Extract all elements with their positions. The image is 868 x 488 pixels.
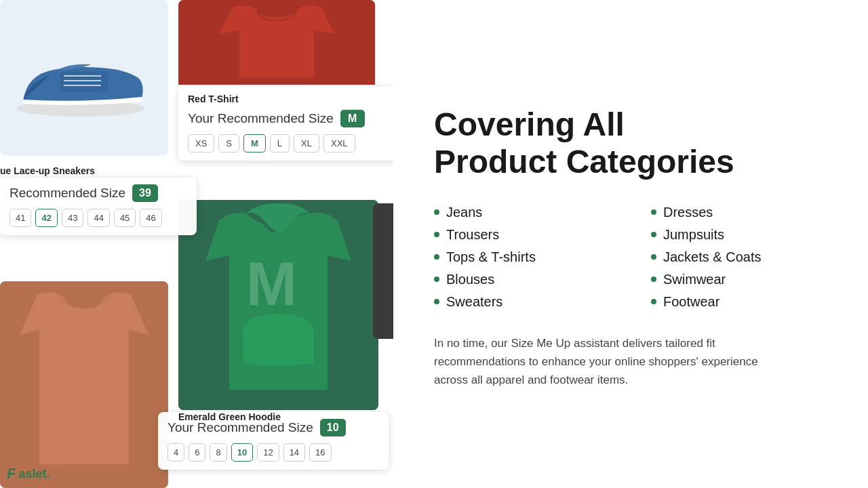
right-panel: Covering All Product Categories Jeans Tr… — [393, 0, 868, 488]
category-swimwear: Swimwear — [651, 272, 827, 287]
size-btn-44[interactable]: 44 — [87, 209, 109, 227]
bullet-icon — [434, 254, 439, 260]
bullet-icon — [651, 299, 656, 304]
size-btn-m[interactable]: M — [243, 134, 266, 152]
size-btn-45[interactable]: 45 — [114, 209, 136, 227]
faslet-logo: F aslet. — [7, 465, 50, 483]
category-tops: Tops & T-shirts — [434, 249, 610, 265]
red-tshirt-icon — [178, 0, 375, 85]
bullet-icon — [651, 232, 656, 237]
bullet-icon — [651, 254, 656, 260]
category-label: Sweaters — [446, 294, 502, 310]
sneaker-rec-size: 39 — [132, 184, 158, 202]
sneaker-card — [0, 0, 168, 156]
size-btn-12[interactable]: 12 — [257, 443, 279, 462]
hoodie-product-label: Emerald Green Hoodie — [178, 411, 281, 422]
sneaker-size-overlay: Recommended Size 39 41 42 43 44 45 46 — [0, 178, 197, 235]
sneaker-label: ue Lace-up Sneakers — [0, 163, 95, 179]
main-title: Covering All Product Categories — [434, 106, 827, 180]
hoodie-icon: M — [178, 200, 378, 410]
category-label: Blouses — [446, 272, 494, 287]
size-btn-43[interactable]: 43 — [62, 209, 83, 227]
brown-tshirt-icon — [0, 281, 168, 488]
sneaker-image — [0, 0, 168, 156]
categories-right-col: Dresses Jumpsuits Jackets & Coats Swimwe… — [651, 205, 827, 310]
sneaker-size-options: 41 42 43 44 45 46 — [9, 209, 187, 227]
size-btn-4[interactable]: 4 — [167, 443, 184, 462]
category-label: Trousers — [446, 227, 499, 243]
size-btn-14[interactable]: 14 — [283, 443, 305, 462]
logo-f: F — [7, 465, 16, 483]
tshirt-size-overlay: Red T-Shirt Your Recommended Size M XS S… — [178, 87, 393, 161]
category-label: Jackets & Coats — [663, 249, 762, 265]
sneaker-rec-row: Recommended Size 39 — [9, 184, 187, 202]
category-label: Jeans — [446, 205, 482, 220]
size-btn-xl[interactable]: XL — [294, 134, 319, 152]
category-footwear: Footwear — [651, 294, 827, 310]
category-jeans: Jeans — [434, 205, 610, 220]
sneaker-rec-label: Recommended Size — [9, 186, 125, 201]
category-label: Dresses — [663, 205, 713, 220]
category-sweaters: Sweaters — [434, 294, 610, 310]
category-jackets: Jackets & Coats — [651, 249, 827, 265]
bullet-icon — [651, 209, 656, 215]
category-label: Tops & T-shirts — [446, 249, 536, 265]
hoodie-size-options: 4 6 8 10 12 14 16 — [167, 443, 379, 462]
description-text: In no time, our Size Me Up assistant del… — [434, 334, 787, 390]
red-tshirt-card — [178, 0, 375, 85]
tshirt-rec-label: Your Recommended Size — [188, 111, 334, 126]
category-label: Footwear — [663, 294, 719, 310]
size-btn-l[interactable]: L — [270, 134, 290, 152]
size-btn-10[interactable]: 10 — [231, 443, 253, 462]
hoodie-card: M — [178, 200, 378, 410]
tshirt-size-options: XS S M L XL XXL — [188, 134, 386, 152]
bullet-icon — [434, 299, 439, 304]
size-btn-16[interactable]: 16 — [309, 443, 331, 462]
hoodie-rec-size: 10 — [320, 419, 346, 436]
bullet-icon — [434, 232, 439, 237]
size-btn-42[interactable]: 42 — [35, 209, 57, 227]
size-btn-41[interactable]: 41 — [9, 209, 31, 227]
svg-text:M: M — [246, 250, 297, 318]
size-btn-6[interactable]: 6 — [189, 443, 205, 462]
tshirt-product-label: Red T-Shirt — [188, 94, 386, 104]
bullet-icon — [651, 277, 656, 282]
title-line2: Product Categories — [434, 144, 734, 180]
bullet-icon — [434, 277, 439, 282]
size-btn-xs[interactable]: XS — [188, 134, 214, 152]
category-label: Jumpsuits — [663, 227, 724, 243]
tshirt-rec-row: Your Recommended Size M — [188, 110, 386, 127]
bullet-icon — [434, 209, 439, 215]
size-btn-8[interactable]: 8 — [210, 443, 226, 462]
brown-tshirt-card — [0, 281, 168, 488]
tshirt-rec-size: M — [340, 110, 365, 127]
left-panel: ue Lace-up Sneakers Recommended Size 39 … — [0, 0, 393, 488]
title-line1: Covering All — [434, 106, 625, 142]
category-blouses: Blouses — [434, 272, 610, 287]
categories-grid: Jeans Trousers Tops & T-shirts Blouses S… — [434, 205, 827, 310]
category-label: Swimwear — [663, 272, 726, 287]
dark-edge-decoration — [373, 203, 393, 339]
logo-text: aslet. — [18, 467, 50, 481]
category-trousers: Trousers — [434, 227, 610, 243]
hoodie-rec-label: Your Recommended Size — [167, 420, 313, 435]
size-btn-xxl[interactable]: XXL — [323, 134, 355, 152]
categories-left-col: Jeans Trousers Tops & T-shirts Blouses S… — [434, 205, 610, 310]
shoe-icon — [13, 37, 155, 119]
size-btn-s[interactable]: S — [218, 134, 239, 152]
category-jumpsuits: Jumpsuits — [651, 227, 827, 243]
size-btn-46[interactable]: 46 — [140, 209, 161, 227]
category-dresses: Dresses — [651, 205, 827, 220]
